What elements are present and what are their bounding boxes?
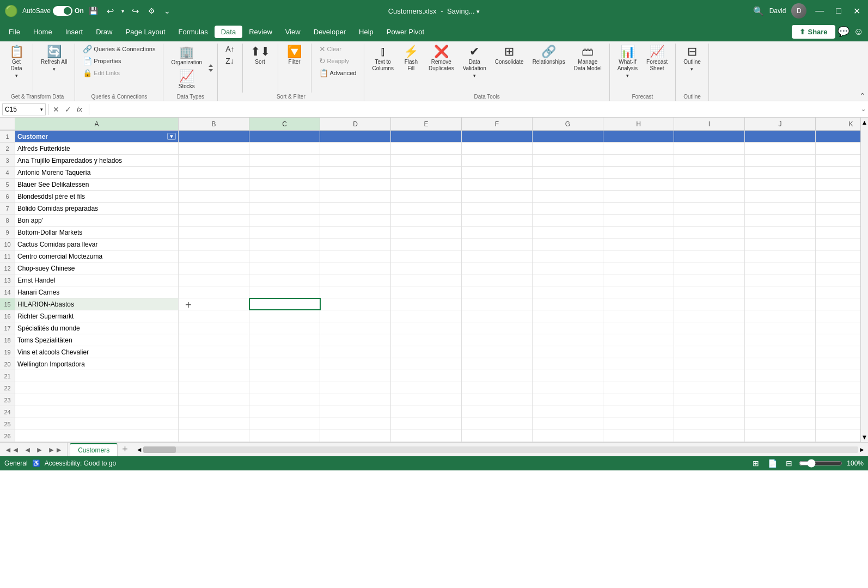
cell-h11[interactable] [603, 250, 674, 262]
cell-c20[interactable] [249, 358, 320, 370]
cell-i17[interactable] [674, 322, 745, 334]
col-header-g[interactable]: G [533, 118, 603, 130]
cell-j5[interactable] [745, 179, 816, 190]
cell-j10[interactable] [745, 238, 816, 250]
col-header-i[interactable]: I [674, 118, 745, 130]
cell-j13[interactable] [745, 274, 816, 286]
cell-i26[interactable] [674, 430, 745, 442]
cell-j24[interactable] [745, 406, 816, 418]
cell-g14[interactable] [533, 286, 603, 298]
cell-a21[interactable] [15, 370, 179, 382]
cell-k2[interactable] [816, 143, 860, 154]
cell-h1[interactable] [603, 131, 674, 142]
cell-g9[interactable] [533, 226, 603, 238]
cell-k4[interactable] [816, 167, 860, 178]
h-scroll-thumb[interactable] [143, 446, 176, 453]
cell-f11[interactable] [462, 250, 533, 262]
cell-d7[interactable] [320, 203, 391, 214]
comment-button[interactable]: 💬 [835, 23, 852, 40]
refresh-all-button[interactable]: 🔄 Refresh All ▾ [38, 44, 70, 74]
cell-h14[interactable] [603, 286, 674, 298]
cell-k14[interactable] [816, 286, 860, 298]
cell-a4[interactable]: Antonio Moreno Taquería [15, 167, 179, 178]
scroll-up-button[interactable]: ▲ [860, 118, 868, 127]
cell-h7[interactable] [603, 203, 674, 214]
edit-links-button[interactable]: 🔒 Edit Links [80, 68, 158, 78]
cell-a6[interactable]: Blondesddsl père et fils [15, 191, 179, 202]
cell-j3[interactable] [745, 155, 816, 166]
cell-i2[interactable] [674, 143, 745, 154]
cell-k6[interactable] [816, 191, 860, 202]
get-data-button[interactable]: 📋 GetData ▾ [4, 44, 28, 81]
cell-h13[interactable] [603, 274, 674, 286]
cell-d23[interactable] [320, 394, 391, 406]
cell-a9[interactable]: Bottom-Dollar Markets [15, 226, 179, 238]
cell-k9[interactable] [816, 226, 860, 238]
sheet-tab-customers[interactable]: Customers [70, 443, 118, 456]
cell-a23[interactable] [15, 394, 179, 406]
cell-b7[interactable] [179, 203, 249, 214]
cell-i9[interactable] [674, 226, 745, 238]
properties-button[interactable]: 📄 Properties [80, 56, 158, 66]
cell-c17[interactable] [249, 322, 320, 334]
cell-b6[interactable] [179, 191, 249, 202]
cell-i6[interactable] [674, 191, 745, 202]
tab-scroll-left[interactable]: ◄◄ [2, 444, 22, 455]
menu-view[interactable]: View [279, 26, 307, 38]
autosave-pill[interactable] [53, 6, 72, 16]
cell-i16[interactable] [674, 310, 745, 322]
h-scroll-right[interactable]: ► [858, 446, 866, 454]
scroll-down-button[interactable]: ▼ [860, 432, 868, 442]
cell-c11[interactable] [249, 250, 320, 262]
cell-c1[interactable] [249, 131, 320, 142]
cell-a17[interactable]: Spécialités du monde [15, 322, 179, 334]
ribbon-collapse-button[interactable]: ⌃ [859, 91, 866, 101]
reapply-button[interactable]: ↻ Reapply [316, 56, 360, 66]
cell-c19[interactable] [249, 346, 320, 358]
advanced-button[interactable]: 📋 Advanced [316, 68, 360, 78]
redo-button[interactable]: ↪ [129, 5, 142, 17]
cell-g3[interactable] [533, 155, 603, 166]
menu-insert[interactable]: Insert [59, 26, 90, 38]
cell-h26[interactable] [603, 430, 674, 442]
cell-f6[interactable] [462, 191, 533, 202]
cell-j16[interactable] [745, 310, 816, 322]
formula-expand-icon[interactable]: ⌄ [861, 106, 866, 113]
cell-c24[interactable] [249, 406, 320, 418]
cell-b23[interactable] [179, 394, 249, 406]
cell-d12[interactable] [320, 262, 391, 274]
cell-d26[interactable] [320, 430, 391, 442]
cell-e15[interactable] [391, 298, 462, 310]
forecast-sheet-button[interactable]: 📈 ForecastSheet [643, 44, 671, 74]
cell-k12[interactable] [816, 262, 860, 274]
cell-a16[interactable]: Richter Supermarkt [15, 310, 179, 322]
col-header-c[interactable]: C [249, 118, 320, 130]
cell-ref-arrow[interactable]: ▾ [40, 107, 43, 112]
cell-h23[interactable] [603, 394, 674, 406]
cell-g4[interactable] [533, 167, 603, 178]
cell-d25[interactable] [320, 418, 391, 430]
cell-a24[interactable] [15, 406, 179, 418]
cell-g10[interactable] [533, 238, 603, 250]
confirm-formula-icon[interactable]: ✓ [63, 104, 74, 115]
cell-c2[interactable] [249, 143, 320, 154]
cell-b5[interactable] [179, 179, 249, 190]
cell-k7[interactable] [816, 203, 860, 214]
cell-f1[interactable] [462, 131, 533, 142]
cell-e22[interactable] [391, 382, 462, 394]
cell-a7[interactable]: Bólido Comidas preparadas [15, 203, 179, 214]
menu-pagelayout[interactable]: Page Layout [119, 26, 172, 38]
cell-k15[interactable] [816, 298, 860, 310]
cell-b26[interactable] [179, 430, 249, 442]
cell-d18[interactable] [320, 334, 391, 346]
filter-dropdown-icon[interactable]: ▼ [167, 133, 176, 140]
relationships-button[interactable]: 🔗 Relationships [529, 44, 569, 68]
tab-scroll-right[interactable]: ►► [45, 444, 65, 455]
cell-h9[interactable] [603, 226, 674, 238]
cell-e18[interactable] [391, 334, 462, 346]
cell-b2[interactable] [179, 143, 249, 154]
cell-d13[interactable] [320, 274, 391, 286]
cell-j8[interactable] [745, 215, 816, 226]
col-header-f[interactable]: F [462, 118, 533, 130]
vertical-scrollbar[interactable]: ▲ ▼ [860, 118, 868, 442]
